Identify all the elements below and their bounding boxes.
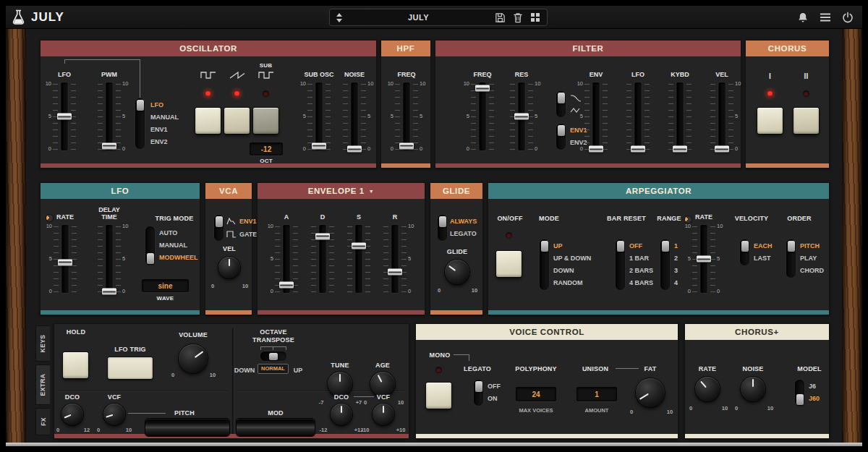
- switch-option[interactable]: ENV1: [150, 127, 179, 133]
- age-knob[interactable]: [370, 372, 395, 396]
- slider-handle[interactable]: [673, 146, 687, 153]
- slider-handle[interactable]: [315, 233, 330, 239]
- switch-option[interactable]: 4 BARS: [629, 280, 653, 286]
- filter-vel-slider[interactable]: VEL 10 5 0: [705, 64, 739, 154]
- switch-option[interactable]: NORMAL: [258, 364, 289, 374]
- menu-button[interactable]: [820, 12, 831, 22]
- slider-body[interactable]: [663, 80, 697, 153]
- filter-env-slider[interactable]: ENV 10 5 0: [579, 64, 613, 154]
- switch-option[interactable]: UP & DOWN: [553, 255, 591, 262]
- slider-handle[interactable]: [347, 146, 362, 153]
- volume-knob[interactable]: [179, 344, 208, 373]
- switch-option[interactable]: LAST: [754, 255, 773, 262]
- switch-option[interactable]: ON: [488, 396, 501, 402]
- lfo-wave-display[interactable]: sine: [142, 279, 189, 292]
- switch-option[interactable]: ENV1: [239, 218, 257, 225]
- slider-body[interactable]: 10 5 0: [579, 80, 613, 153]
- arp-onoff-button[interactable]: [496, 251, 522, 277]
- switch-option[interactable]: GATE: [239, 231, 257, 238]
- slider-body[interactable]: 10 5 0: [47, 80, 82, 153]
- slider-handle[interactable]: [102, 289, 116, 295]
- switch-option[interactable]: 1: [674, 243, 678, 250]
- switch-option[interactable]: ENV2: [150, 139, 179, 145]
- slider-handle[interactable]: [399, 142, 414, 149]
- switch-option[interactable]: RANDOM: [553, 280, 591, 286]
- slider-handle[interactable]: [631, 146, 645, 153]
- switch-option[interactable]: 3: [674, 268, 678, 274]
- octave-transpose-switch[interactable]: [260, 351, 286, 361]
- env-release-slider[interactable]: R 10 5 0: [378, 207, 412, 297]
- notifications-button[interactable]: [797, 12, 809, 23]
- switch-option[interactable]: DOWN: [553, 268, 591, 274]
- preset-bar[interactable]: JULY: [329, 9, 548, 26]
- arp-bar-reset-switch[interactable]: [616, 239, 625, 290]
- switch-option[interactable]: AUTO: [159, 230, 198, 236]
- model-switch[interactable]: [795, 380, 804, 406]
- switch-option[interactable]: J6: [809, 383, 820, 390]
- osc-lfo-slider[interactable]: LFO 10 5 0: [47, 64, 82, 154]
- slider-handle[interactable]: [352, 243, 366, 250]
- env-sustain-slider[interactable]: S: [341, 207, 376, 297]
- switch-option[interactable]: 2 BARS: [629, 268, 653, 274]
- switch-knob[interactable]: [137, 100, 144, 111]
- preset-name[interactable]: JULY: [349, 13, 488, 22]
- slider-body[interactable]: 10 5 0: [504, 80, 539, 153]
- slider-body[interactable]: [305, 223, 340, 295]
- switch-option[interactable]: UP: [290, 367, 306, 374]
- switch-knob[interactable]: [439, 216, 446, 227]
- pulse-wave-button[interactable]: [195, 108, 221, 134]
- lfo-rate-slider[interactable]: RATE 10 5 0: [48, 207, 82, 297]
- pwm-source-switch[interactable]: [135, 98, 145, 149]
- slider-handle[interactable]: [58, 259, 72, 265]
- switch-knob[interactable]: [796, 394, 804, 405]
- slider-body[interactable]: 10 5 0: [92, 223, 127, 295]
- tab-extra[interactable]: EXTRA: [35, 364, 50, 405]
- switch-knob[interactable]: [788, 241, 795, 252]
- slider-body[interactable]: 10 5 0: [269, 223, 304, 295]
- glide-mode-switch[interactable]: [438, 215, 447, 241]
- slider-handle[interactable]: [102, 142, 116, 149]
- vca-mode-switch[interactable]: [214, 215, 224, 241]
- slider-body[interactable]: 10 5 0: [337, 80, 372, 153]
- filter-res-slider[interactable]: RES 10 5 0: [504, 64, 539, 154]
- switch-option[interactable]: CHORD: [800, 268, 824, 274]
- slider-body[interactable]: 10 5 0: [92, 80, 127, 153]
- switch-option[interactable]: 1 BAR: [629, 255, 653, 262]
- switch-option[interactable]: PITCH: [800, 243, 824, 250]
- chorus-rate-knob[interactable]: [695, 377, 720, 401]
- switch-option[interactable]: 4: [674, 280, 678, 286]
- filter-freq-slider[interactable]: FREQ 10 5 0: [465, 64, 500, 154]
- switch-knob[interactable]: [558, 125, 565, 136]
- sub-wave-button[interactable]: [253, 108, 278, 134]
- slider-handle[interactable]: [697, 256, 711, 263]
- slider-handle[interactable]: [388, 269, 402, 276]
- slider-body[interactable]: 10 5 0: [465, 80, 500, 153]
- glide-knob[interactable]: [445, 260, 469, 284]
- switch-knob[interactable]: [475, 381, 482, 392]
- arp-mode-switch[interactable]: [540, 239, 549, 290]
- delete-preset-button[interactable]: [513, 12, 523, 23]
- noise-slider[interactable]: NOISE 10 5 0: [337, 64, 372, 154]
- switch-knob[interactable]: [558, 93, 565, 103]
- switch-option[interactable]: MODWHEEL: [159, 255, 198, 261]
- switch-option[interactable]: J60: [809, 396, 820, 402]
- slider-handle[interactable]: [589, 146, 603, 153]
- lfo-delay-slider[interactable]: DELAY TIME 10 5 0: [92, 207, 127, 297]
- sub-osc-slider[interactable]: SUB OSC 10 5 0: [302, 64, 336, 154]
- switch-knob[interactable]: [216, 216, 223, 227]
- preset-browser-button[interactable]: [530, 12, 540, 22]
- chorus-1-button[interactable]: [757, 108, 783, 134]
- switch-knob[interactable]: [147, 253, 154, 264]
- switch-option[interactable]: UP: [553, 243, 591, 250]
- vcf-bend-knob[interactable]: [103, 404, 125, 425]
- hold-button[interactable]: [63, 352, 88, 378]
- power-button[interactable]: [842, 12, 854, 23]
- slider-body[interactable]: 10 5 0: [48, 223, 82, 295]
- preset-up-icon[interactable]: [336, 13, 342, 17]
- mod-dco-knob[interactable]: [331, 404, 352, 425]
- switch-option[interactable]: ALWAYS: [450, 218, 477, 225]
- trig-mode-switch[interactable]: [145, 226, 155, 265]
- switch-option[interactable]: LFO: [150, 102, 179, 108]
- preset-down-icon[interactable]: [336, 19, 342, 22]
- switch-knob[interactable]: [662, 241, 669, 252]
